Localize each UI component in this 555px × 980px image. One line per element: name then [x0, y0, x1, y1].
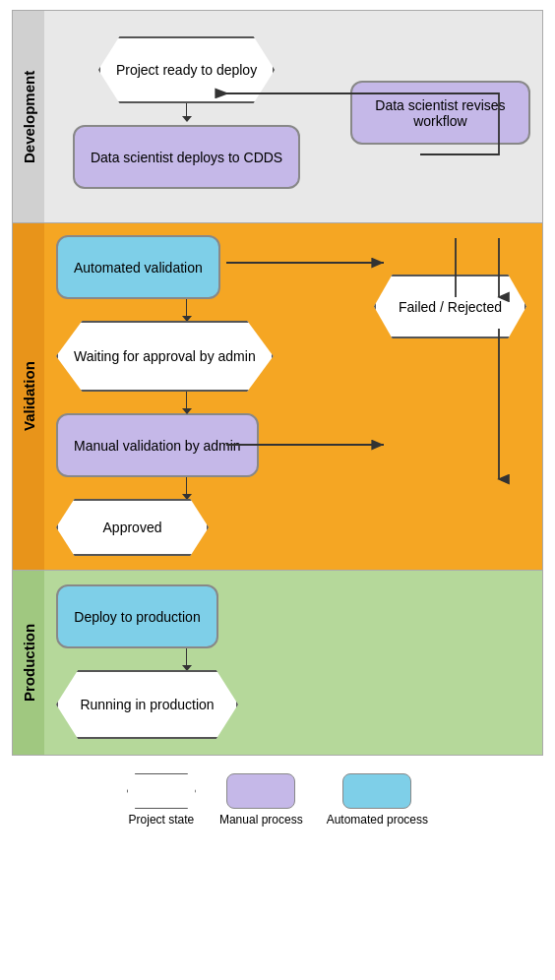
- val-left-flow: Automated validation Waiting for approva…: [56, 235, 317, 556]
- dev-left-column: Project ready to deploy Data scientist d…: [56, 36, 317, 189]
- legend: Project state Manual process Automated p…: [12, 773, 543, 827]
- production-label: Production: [13, 571, 44, 755]
- waiting-approval-node: Waiting for approval by admin: [56, 321, 274, 392]
- legend-project-state-label: Project state: [129, 813, 195, 827]
- arrow-val-3: [186, 477, 188, 495]
- approved-node: Approved: [56, 499, 209, 556]
- development-content: Project ready to deploy Data scientist d…: [56, 27, 530, 199]
- data-scientist-deploy-node: Data scientist deploys to CDDS: [73, 125, 300, 189]
- legend-project-state: Project state: [127, 773, 196, 827]
- development-lane: Development Project ready to deploy Data…: [12, 10, 543, 223]
- legend-automated-process: Automated process: [327, 773, 428, 827]
- legend-automated-process-label: Automated process: [327, 813, 428, 827]
- validation-label: Validation: [13, 223, 44, 570]
- validation-content: Automated validation Waiting for approva…: [56, 235, 530, 556]
- validation-lane: Validation Automated validation Waiting …: [12, 223, 543, 571]
- deploy-production-node: Deploy to production: [56, 584, 218, 648]
- automated-validation-node: Automated validation: [56, 235, 220, 299]
- dev-right-column: Data scientist revises workflow: [350, 81, 530, 145]
- manual-validation-node: Manual validation by admin: [56, 413, 259, 477]
- arrow-val-2: [186, 392, 188, 409]
- legend-manual-shape: [226, 773, 295, 809]
- legend-manual-process: Manual process: [219, 773, 303, 827]
- val-right-column: Failed / Rejected: [374, 275, 526, 338]
- legend-manual-process-label: Manual process: [219, 813, 303, 827]
- arrow-prod-1: [186, 648, 188, 666]
- development-label: Development: [13, 11, 44, 222]
- running-production-node: Running in production: [56, 670, 238, 739]
- failed-rejected-node: Failed / Rejected: [374, 275, 526, 338]
- arrow-val-1: [186, 299, 188, 317]
- production-lane: Production Deploy to production Running …: [12, 571, 543, 756]
- legend-auto-shape: [342, 773, 411, 809]
- dev-back-arrow: [56, 202, 530, 212]
- legend-hex-shape: [127, 773, 196, 809]
- data-scientist-revise-node: Data scientist revises workflow: [350, 81, 530, 145]
- production-content: Deploy to production Running in producti…: [56, 584, 317, 739]
- arrow-1: [186, 103, 188, 117]
